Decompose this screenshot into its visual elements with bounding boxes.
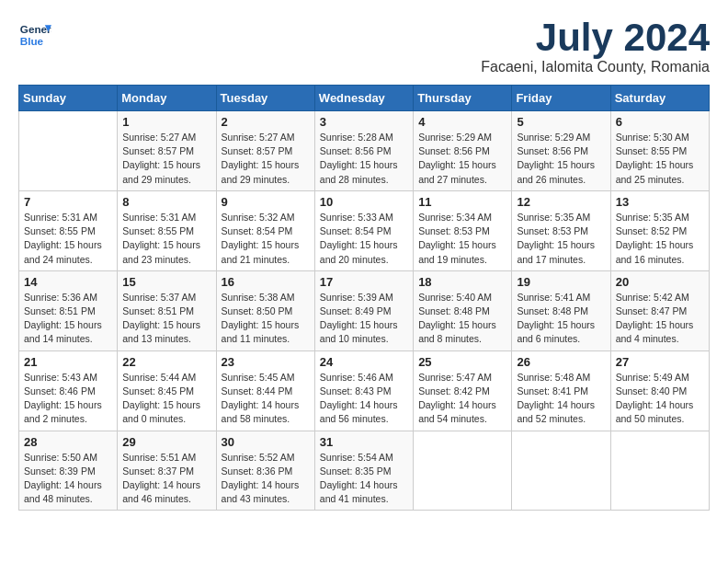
day-number: 3 — [320, 115, 408, 129]
day-cell: 4Sunrise: 5:29 AM Sunset: 8:56 PM Daylig… — [414, 111, 512, 191]
day-info: Sunrise: 5:36 AM Sunset: 8:51 PM Dayligh… — [24, 291, 112, 347]
day-info: Sunrise: 5:54 AM Sunset: 8:35 PM Dayligh… — [320, 451, 408, 507]
day-info: Sunrise: 5:31 AM Sunset: 8:55 PM Dayligh… — [24, 211, 112, 267]
day-info: Sunrise: 5:29 AM Sunset: 8:56 PM Dayligh… — [418, 131, 506, 187]
day-info: Sunrise: 5:31 AM Sunset: 8:55 PM Dayligh… — [122, 211, 210, 267]
col-header-monday: Monday — [118, 86, 216, 111]
day-number: 7 — [24, 195, 112, 209]
day-cell — [610, 431, 709, 511]
calendar-table: SundayMondayTuesdayWednesdayThursdayFrid… — [18, 85, 710, 511]
day-info: Sunrise: 5:32 AM Sunset: 8:54 PM Dayligh… — [222, 211, 310, 267]
col-header-friday: Friday — [512, 86, 610, 111]
month-title: July 2024 — [481, 18, 710, 57]
day-number: 14 — [24, 275, 112, 289]
location-subtitle: Facaeni, Ialomita County, Romania — [481, 59, 710, 75]
day-info: Sunrise: 5:45 AM Sunset: 8:44 PM Dayligh… — [222, 371, 310, 427]
day-cell: 14Sunrise: 5:36 AM Sunset: 8:51 PM Dayli… — [19, 270, 118, 350]
day-cell: 8Sunrise: 5:31 AM Sunset: 8:55 PM Daylig… — [118, 190, 216, 270]
day-info: Sunrise: 5:30 AM Sunset: 8:55 PM Dayligh… — [616, 131, 704, 187]
day-number: 6 — [616, 115, 704, 129]
day-number: 21 — [24, 355, 112, 369]
day-info: Sunrise: 5:46 AM Sunset: 8:43 PM Dayligh… — [320, 371, 408, 427]
day-info: Sunrise: 5:51 AM Sunset: 8:37 PM Dayligh… — [122, 451, 210, 507]
day-number: 27 — [616, 355, 704, 369]
day-cell — [414, 431, 512, 511]
week-row-3: 14Sunrise: 5:36 AM Sunset: 8:51 PM Dayli… — [19, 270, 710, 350]
day-cell — [512, 431, 610, 511]
day-number: 13 — [616, 195, 704, 209]
day-cell: 23Sunrise: 5:45 AM Sunset: 8:44 PM Dayli… — [216, 350, 314, 431]
day-info: Sunrise: 5:28 AM Sunset: 8:56 PM Dayligh… — [320, 131, 408, 187]
day-cell: 22Sunrise: 5:44 AM Sunset: 8:45 PM Dayli… — [118, 350, 216, 431]
day-cell: 13Sunrise: 5:35 AM Sunset: 8:52 PM Dayli… — [610, 190, 709, 270]
day-cell: 18Sunrise: 5:40 AM Sunset: 8:48 PM Dayli… — [414, 270, 512, 350]
day-number: 9 — [222, 195, 310, 209]
week-row-2: 7Sunrise: 5:31 AM Sunset: 8:55 PM Daylig… — [19, 190, 710, 270]
day-number: 31 — [320, 435, 408, 449]
day-info: Sunrise: 5:43 AM Sunset: 8:46 PM Dayligh… — [24, 371, 112, 427]
day-number: 16 — [222, 275, 310, 289]
day-number: 8 — [122, 195, 210, 209]
title-area: July 2024 Facaeni, Ialomita County, Roma… — [481, 18, 710, 75]
day-number: 23 — [222, 355, 310, 369]
day-number: 1 — [122, 115, 210, 129]
day-number: 26 — [517, 355, 605, 369]
col-header-sunday: Sunday — [19, 86, 118, 111]
day-cell: 12Sunrise: 5:35 AM Sunset: 8:53 PM Dayli… — [512, 190, 610, 270]
day-number: 15 — [122, 275, 210, 289]
day-info: Sunrise: 5:47 AM Sunset: 8:42 PM Dayligh… — [418, 371, 506, 427]
day-cell: 20Sunrise: 5:42 AM Sunset: 8:47 PM Dayli… — [610, 270, 709, 350]
day-cell: 21Sunrise: 5:43 AM Sunset: 8:46 PM Dayli… — [19, 350, 118, 431]
day-cell: 11Sunrise: 5:34 AM Sunset: 8:53 PM Dayli… — [414, 190, 512, 270]
day-info: Sunrise: 5:35 AM Sunset: 8:53 PM Dayligh… — [517, 211, 605, 267]
day-cell: 17Sunrise: 5:39 AM Sunset: 8:49 PM Dayli… — [314, 270, 413, 350]
week-row-1: 1Sunrise: 5:27 AM Sunset: 8:57 PM Daylig… — [19, 111, 710, 191]
day-number: 25 — [418, 355, 506, 369]
col-header-wednesday: Wednesday — [314, 86, 413, 111]
day-cell: 31Sunrise: 5:54 AM Sunset: 8:35 PM Dayli… — [314, 431, 413, 511]
day-number: 11 — [418, 195, 506, 209]
day-number: 18 — [418, 275, 506, 289]
logo: General Blue — [18, 18, 51, 52]
col-header-tuesday: Tuesday — [216, 86, 314, 111]
day-number: 17 — [320, 275, 408, 289]
week-row-5: 28Sunrise: 5:50 AM Sunset: 8:39 PM Dayli… — [19, 431, 710, 511]
day-cell: 2Sunrise: 5:27 AM Sunset: 8:57 PM Daylig… — [216, 111, 314, 191]
day-number: 10 — [320, 195, 408, 209]
day-cell: 26Sunrise: 5:48 AM Sunset: 8:41 PM Dayli… — [512, 350, 610, 431]
day-info: Sunrise: 5:42 AM Sunset: 8:47 PM Dayligh… — [616, 291, 704, 347]
day-number: 24 — [320, 355, 408, 369]
day-number: 4 — [418, 115, 506, 129]
day-cell — [19, 111, 118, 191]
day-info: Sunrise: 5:35 AM Sunset: 8:52 PM Dayligh… — [616, 211, 704, 267]
day-info: Sunrise: 5:29 AM Sunset: 8:56 PM Dayligh… — [517, 131, 605, 187]
day-cell: 24Sunrise: 5:46 AM Sunset: 8:43 PM Dayli… — [314, 350, 413, 431]
svg-text:Blue: Blue — [20, 35, 44, 47]
day-number: 5 — [517, 115, 605, 129]
day-info: Sunrise: 5:39 AM Sunset: 8:49 PM Dayligh… — [320, 291, 408, 347]
day-number: 30 — [222, 435, 310, 449]
week-row-4: 21Sunrise: 5:43 AM Sunset: 8:46 PM Dayli… — [19, 350, 710, 431]
day-cell: 5Sunrise: 5:29 AM Sunset: 8:56 PM Daylig… — [512, 111, 610, 191]
col-header-saturday: Saturday — [610, 86, 709, 111]
svg-text:General: General — [20, 23, 51, 35]
day-cell: 30Sunrise: 5:52 AM Sunset: 8:36 PM Dayli… — [216, 431, 314, 511]
day-info: Sunrise: 5:40 AM Sunset: 8:48 PM Dayligh… — [418, 291, 506, 347]
day-cell: 16Sunrise: 5:38 AM Sunset: 8:50 PM Dayli… — [216, 270, 314, 350]
day-info: Sunrise: 5:37 AM Sunset: 8:51 PM Dayligh… — [122, 291, 210, 347]
day-cell: 6Sunrise: 5:30 AM Sunset: 8:55 PM Daylig… — [610, 111, 709, 191]
day-number: 12 — [517, 195, 605, 209]
day-cell: 3Sunrise: 5:28 AM Sunset: 8:56 PM Daylig… — [314, 111, 413, 191]
day-number: 19 — [517, 275, 605, 289]
day-info: Sunrise: 5:48 AM Sunset: 8:41 PM Dayligh… — [517, 371, 605, 427]
day-info: Sunrise: 5:34 AM Sunset: 8:53 PM Dayligh… — [418, 211, 506, 267]
day-number: 28 — [24, 435, 112, 449]
col-header-thursday: Thursday — [414, 86, 512, 111]
day-number: 20 — [616, 275, 704, 289]
day-info: Sunrise: 5:27 AM Sunset: 8:57 PM Dayligh… — [222, 131, 310, 187]
day-number: 2 — [222, 115, 310, 129]
day-info: Sunrise: 5:52 AM Sunset: 8:36 PM Dayligh… — [222, 451, 310, 507]
day-cell: 9Sunrise: 5:32 AM Sunset: 8:54 PM Daylig… — [216, 190, 314, 270]
day-number: 22 — [122, 355, 210, 369]
day-info: Sunrise: 5:44 AM Sunset: 8:45 PM Dayligh… — [122, 371, 210, 427]
